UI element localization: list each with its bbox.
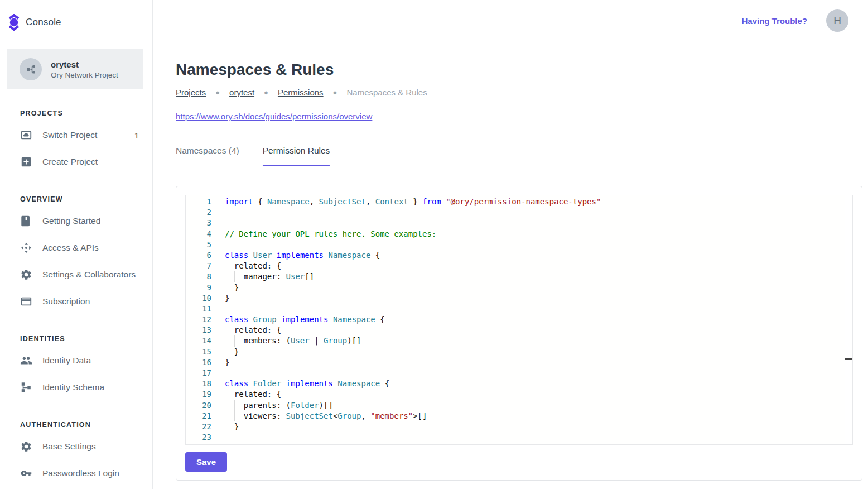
breadcrumb: Projects ● orytest ● Permissions ● Names… [176, 88, 862, 97]
permission-rules-panel: 1import { Namespace, SubjectSet, Context… [176, 186, 862, 481]
indent-guide [225, 271, 225, 282]
sidebar-item-label: Subscription [42, 296, 90, 306]
indent-guide [234, 335, 235, 346]
line-number: 5 [186, 239, 211, 250]
indent-guide [225, 400, 225, 411]
indent-guide [225, 411, 225, 421]
identity-schema-icon [20, 381, 32, 394]
switch-project-icon [20, 129, 32, 141]
code-line: 10} [186, 293, 852, 304]
breadcrumb-orytest[interactable]: orytest [229, 88, 254, 97]
save-button[interactable]: Save [185, 452, 227, 472]
line-number: 19 [186, 389, 211, 400]
sidebar-item-identity-data[interactable]: Identity Data [0, 347, 152, 374]
subscription-icon [20, 295, 32, 308]
code-line: 19 related: { [186, 389, 852, 400]
line-number: 3 [186, 218, 211, 228]
passwordless-login-icon [20, 467, 32, 480]
editor-scrollbar[interactable] [845, 195, 852, 444]
line-number: 12 [186, 314, 211, 325]
section-title-authentication: AUTHENTICATION [20, 421, 139, 429]
breadcrumb-separator: ● [264, 88, 268, 97]
code-line: 22 } [186, 421, 852, 432]
code-line: 5 [186, 239, 852, 250]
line-number: 9 [186, 282, 211, 293]
switch-project-count-badge: 1 [134, 131, 139, 140]
section-title-overview: OVERVIEW [20, 195, 139, 203]
breadcrumb-current: Namespaces & Rules [346, 88, 427, 97]
code-line: 9 } [186, 282, 852, 293]
topbar: Having Trouble? H [153, 0, 868, 41]
having-trouble-link[interactable]: Having Trouble? [741, 16, 807, 26]
line-number: 13 [186, 325, 211, 335]
breadcrumb-separator: ● [215, 88, 220, 97]
sidebar-item-label: Create Project [42, 157, 98, 167]
code-editor[interactable]: 1import { Namespace, SubjectSet, Context… [185, 195, 853, 445]
tab-permission-rules[interactable]: Permission Rules [263, 146, 330, 166]
sidebar-item-getting-started[interactable]: Getting Started [0, 208, 152, 234]
sidebar-item-label: Getting Started [42, 216, 100, 226]
app-name: Console [26, 17, 61, 28]
user-avatar[interactable]: H [826, 9, 848, 32]
line-number: 20 [186, 400, 211, 411]
page-title: Namespaces & Rules [176, 61, 862, 78]
app-logo-row[interactable]: Console [0, 0, 152, 36]
indent-guide [234, 400, 235, 411]
sidebar-item-identity-schema[interactable]: Identity Schema [0, 374, 152, 401]
base-settings-icon [20, 440, 32, 453]
project-avatar-icon [20, 58, 42, 80]
code-line: 20 parents: (Folder)[] [186, 400, 852, 411]
code-line: 15 } [186, 347, 852, 357]
line-number: 6 [186, 250, 211, 261]
sidebar-item-label: Access & APIs [42, 243, 99, 253]
docs-link[interactable]: https://www.ory.sh/docs/guides/permissio… [176, 112, 372, 121]
code-line: 2 [186, 207, 852, 218]
project-selector[interactable]: orytest Ory Network Project [7, 49, 143, 89]
code-line: 8 manager: User[] [186, 271, 852, 282]
sidebar-item-label: Switch Project [42, 130, 97, 140]
indent-guide [225, 325, 225, 335]
indent-guide [234, 411, 235, 421]
indent-guide [225, 389, 225, 400]
sidebar-item-create-project[interactable]: Create Project [0, 148, 152, 175]
code-line: 4// Define your OPL rules here. Some exa… [186, 229, 852, 239]
sidebar-item-label: Identity Data [42, 356, 91, 366]
sidebar-item-base-settings[interactable]: Base Settings [0, 433, 152, 460]
line-number: 16 [186, 357, 211, 368]
sidebar-item-subscription[interactable]: Subscription [0, 288, 152, 315]
breadcrumb-projects[interactable]: Projects [176, 88, 206, 97]
code-line: 1import { Namespace, SubjectSet, Context… [186, 196, 852, 207]
line-number: 1 [186, 196, 211, 207]
settings-collaborators-icon [20, 269, 32, 281]
line-number: 24 [186, 443, 211, 445]
line-number: 11 [186, 304, 211, 314]
code-line: 6class User implements Namespace { [186, 250, 852, 261]
indent-guide [225, 443, 225, 445]
line-number: 18 [186, 378, 211, 389]
breadcrumb-permissions[interactable]: Permissions [278, 88, 324, 97]
sidebar-item-label: Passwordless Login [42, 468, 119, 478]
section-title-identities: IDENTITIES [20, 335, 139, 343]
sidebar-item-label: Base Settings [42, 442, 96, 452]
sidebar-item-settings-collaborators[interactable]: Settings & Collaborators [0, 261, 152, 288]
section-title-projects: PROJECTS [20, 109, 139, 117]
line-number: 22 [186, 421, 211, 432]
code-line: 21 viewers: SubjectSet<Group, "members">… [186, 411, 852, 421]
project-name: orytest [51, 60, 118, 69]
tab-namespaces[interactable]: Namespaces (4) [176, 146, 239, 166]
indent-guide [225, 421, 225, 432]
line-number: 10 [186, 293, 211, 304]
code-line: 24 permits = { [186, 443, 852, 445]
line-number: 14 [186, 335, 211, 346]
line-number: 8 [186, 271, 211, 282]
indent-guide [225, 347, 225, 357]
main-area: Having Trouble? H Namespaces & Rules Pro… [153, 0, 868, 489]
sidebar-item-switch-project[interactable]: Switch Project 1 [0, 122, 152, 148]
sidebar-item-passwordless-login[interactable]: Passwordless Login [0, 460, 152, 487]
line-number: 23 [186, 432, 211, 443]
ory-logo-icon [8, 14, 20, 31]
code-line: 14 members: (User | Group)[] [186, 335, 852, 346]
code-line: 16} [186, 357, 852, 368]
code-line: 7 related: { [186, 261, 852, 271]
sidebar-item-access-apis[interactable]: Access & APIs [0, 234, 152, 261]
